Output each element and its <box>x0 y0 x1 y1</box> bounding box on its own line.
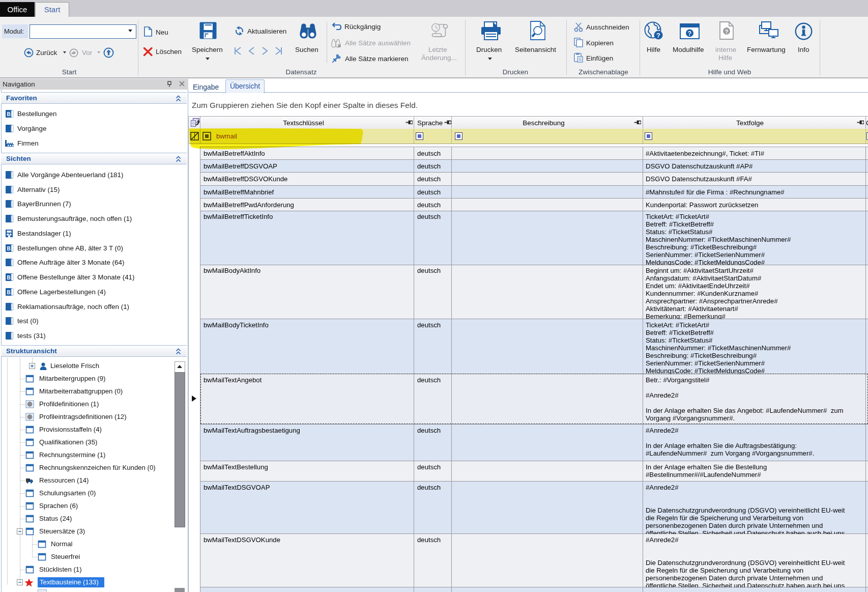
svg-text:?: ? <box>725 29 729 35</box>
svg-text:?: ? <box>656 32 660 39</box>
svg-text:?: ? <box>688 30 691 37</box>
svg-text:B: B <box>7 111 10 117</box>
